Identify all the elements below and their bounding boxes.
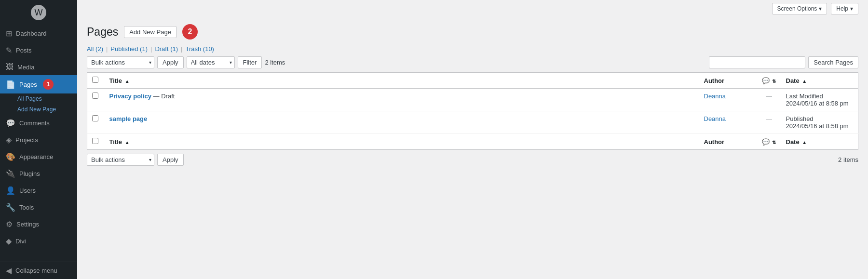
row1-author-cell: Deanna: [699, 89, 757, 111]
comments-icon: 💬: [6, 119, 15, 128]
col-date-footer[interactable]: Date ▲: [781, 134, 858, 150]
search-pages-label: Search Pages: [814, 59, 853, 66]
sidebar-item-all-pages[interactable]: All Pages: [0, 93, 77, 104]
row2-checkbox[interactable]: [92, 115, 98, 121]
date-footer-sort-icon[interactable]: ▲: [802, 140, 807, 145]
plugins-icon: 🔌: [6, 169, 15, 178]
help-button[interactable]: Help ▾: [831, 3, 858, 14]
date-filter-select[interactable]: All dates: [187, 56, 235, 68]
row1-title-link[interactable]: Privacy policy: [109, 93, 153, 100]
comments-footer-sort-icon[interactable]: ⇅: [772, 140, 776, 145]
filter-button[interactable]: Filter: [238, 56, 262, 68]
top-toolbar-left: Bulk actions ▾ Apply All dates ▾ Filter …: [87, 56, 285, 68]
sidebar-item-users[interactable]: 👤 Users: [0, 182, 77, 199]
col-date-footer-label: Date: [786, 138, 800, 146]
sidebar-item-label: Appearance: [19, 153, 53, 160]
tools-icon: 🔧: [6, 203, 15, 212]
admin-bar: Screen Options ▾ Help ▾: [77, 0, 868, 14]
items-count-top: 2 items: [265, 59, 285, 66]
comments-sort-icon[interactable]: ⇅: [772, 79, 776, 84]
sidebar-item-label: Media: [17, 64, 34, 71]
col-date-header[interactable]: Date ▲: [781, 73, 858, 89]
col-title-footer-label: Title: [109, 138, 122, 146]
sidebar-item-media[interactable]: 🖼 Media: [0, 59, 77, 75]
sidebar-item-comments[interactable]: 💬 Comments: [0, 115, 77, 132]
screen-options-button[interactable]: Screen Options ▾: [772, 3, 827, 14]
row2-author-link[interactable]: Deanna: [704, 115, 726, 122]
filter-published-link[interactable]: Published (1): [110, 45, 148, 53]
filter-bar: All (2) | Published (1) | Draft (1) | Tr…: [87, 45, 858, 53]
bulk-actions-top-select[interactable]: Bulk actions: [87, 56, 154, 68]
filter-trash-label: Trash: [185, 45, 201, 53]
apply-top-label: Apply: [163, 59, 178, 66]
row1-author-link[interactable]: Deanna: [704, 93, 726, 100]
sidebar-item-pages[interactable]: 📄 Pages 1: [0, 75, 77, 93]
sidebar-item-projects[interactable]: ◈ Projects: [0, 132, 77, 148]
sidebar-item-settings[interactable]: ⚙ Settings: [0, 216, 77, 233]
filter-trash-link[interactable]: Trash (10): [185, 45, 214, 53]
table-row: sample page Deanna — Published: [87, 111, 858, 134]
row2-comments: —: [766, 115, 772, 122]
add-new-page-button[interactable]: Add New Page: [124, 26, 176, 38]
row2-title-cell: sample page: [105, 111, 699, 134]
filter-all-link[interactable]: All (2): [87, 45, 103, 53]
sidebar-item-divi[interactable]: ◆ Divi: [0, 233, 77, 250]
filter-sep-1: |: [106, 45, 108, 53]
main-content: Screen Options ▾ Help ▾ Pages Add New Pa…: [77, 0, 868, 279]
row1-author: Deanna: [704, 93, 726, 100]
filter-draft-link[interactable]: Draft (1): [155, 45, 178, 53]
row2-title: sample page: [109, 115, 148, 122]
row2-author-cell: Deanna: [699, 111, 757, 134]
wp-logo-icon[interactable]: W: [31, 5, 46, 20]
row1-checkbox-cell: [87, 89, 105, 111]
title-footer-sort-icon[interactable]: ▲: [125, 140, 130, 145]
sidebar-item-plugins[interactable]: 🔌 Plugins: [0, 165, 77, 182]
apply-top-button[interactable]: Apply: [157, 56, 184, 68]
projects-icon: ◈: [6, 135, 12, 145]
date-sort-icon[interactable]: ▲: [802, 79, 807, 84]
row2-title-link[interactable]: sample page: [109, 115, 148, 122]
search-pages-button[interactable]: Search Pages: [808, 56, 858, 68]
filter-draft-count: (1): [170, 45, 178, 53]
sidebar-item-label: Posts: [16, 47, 32, 54]
filter-button-label: Filter: [243, 59, 257, 66]
sidebar-item-appearance[interactable]: 🎨 Appearance: [0, 148, 77, 165]
filter-published-label: Published: [110, 45, 138, 53]
settings-icon: ⚙: [6, 220, 13, 229]
media-icon: 🖼: [6, 63, 14, 71]
sidebar-item-tools[interactable]: 🔧 Tools: [0, 199, 77, 216]
filter-trash-count: (10): [203, 45, 214, 53]
row2-date-value: 2024/05/16 at 8:58 pm: [786, 122, 854, 130]
bulk-actions-top-wrap: Bulk actions ▾: [87, 56, 154, 68]
row1-checkbox[interactable]: [92, 93, 98, 99]
pages-badge: 1: [43, 79, 54, 90]
col-title-header[interactable]: Title ▲: [105, 73, 699, 89]
filter-published-count: (1): [140, 45, 148, 53]
bulk-actions-bottom-wrap: Bulk actions ▾: [87, 154, 154, 166]
all-pages-label: All Pages: [17, 95, 42, 102]
row2-date-cell: Published 2024/05/16 at 8:58 pm: [781, 111, 858, 134]
search-input[interactable]: [709, 56, 805, 68]
sidebar-item-posts[interactable]: ✎ Posts: [0, 42, 77, 59]
notification-badge: 2: [182, 24, 198, 40]
apply-bottom-label: Apply: [163, 156, 178, 163]
title-sort-icon[interactable]: ▲: [125, 79, 130, 84]
sidebar-item-label: Dashboard: [16, 30, 47, 37]
sidebar-item-add-new-page[interactable]: Add New Page: [0, 104, 77, 115]
row2-checkbox-cell: [87, 111, 105, 134]
apply-bottom-button[interactable]: Apply: [157, 154, 184, 166]
select-all-checkbox-bottom[interactable]: [92, 138, 98, 144]
filter-all-count: (2): [95, 45, 103, 53]
row2-comments-cell: —: [757, 111, 781, 134]
collapse-menu[interactable]: ◀ Collapse menu: [0, 262, 77, 279]
col-comments-footer: 💬 ⇅: [757, 134, 781, 150]
select-all-checkbox-top[interactable]: [92, 77, 98, 83]
bulk-actions-bottom-select[interactable]: Bulk actions: [87, 154, 154, 166]
row1-title: Privacy policy: [109, 93, 151, 100]
date-filter-wrap: All dates ▾: [187, 56, 235, 68]
sidebar-item-dashboard[interactable]: ⊞ Dashboard: [0, 25, 77, 42]
row1-comments: —: [766, 93, 772, 100]
col-author-label: Author: [704, 77, 725, 84]
search-area: Search Pages: [709, 56, 858, 68]
col-title-footer[interactable]: Title ▲: [105, 134, 699, 150]
